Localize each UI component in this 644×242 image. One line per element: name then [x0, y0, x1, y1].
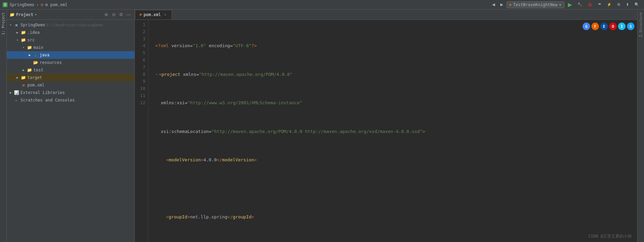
- folder-idea-icon: 📁: [20, 30, 26, 35]
- run-config-dropdown-icon: ▾: [559, 2, 561, 7]
- libraries-icon: 📊: [14, 90, 19, 95]
- file-tree-sidebar: 📁 Project ▾ ⊕ ⊖ ⚙ — ▾ ◼ SpringDemo E:\Id…: [7, 10, 135, 242]
- tree-label-springdemo: SpringDemo: [20, 23, 45, 27]
- code-bracket-gi3: </: [227, 214, 233, 221]
- tree-item-test[interactable]: ▶ 📁 test: [7, 66, 134, 74]
- tree-item-src[interactable]: ▾ 📁 src: [7, 36, 134, 44]
- code-val-enc: "UTF-8": [233, 42, 252, 50]
- code-line-4: xsi:schemaLocation="http://maven.apache.…: [155, 128, 637, 135]
- scratches-icon: ✏: [14, 97, 19, 103]
- sidebar-title: 📁 Project ▾: [10, 12, 37, 17]
- build-button[interactable]: 🔨: [575, 1, 584, 9]
- search-icon: 🔍: [634, 2, 639, 7]
- watermark: CSDN @又苦又累的小帅: [588, 233, 632, 239]
- code-val-1: "1.0": [193, 42, 206, 50]
- code-attr-enc: encoding=: [206, 42, 233, 50]
- coverage-button[interactable]: ☂: [596, 1, 603, 9]
- title-bar: S SpringDemo › m m pom.xml ◀ ▶ ▶ TestBra…: [0, 0, 644, 10]
- separator: ›: [36, 2, 39, 7]
- new-file-button[interactable]: ⊕: [103, 12, 109, 18]
- profile-button[interactable]: ⚡: [605, 1, 614, 9]
- file-tree: ▾ ◼ SpringDemo E:\IdeaProject\SpringDemo…: [7, 20, 134, 242]
- code-line-6: [155, 185, 637, 192]
- dropdown-arrow-icon: ▾: [35, 13, 37, 16]
- edge-icon[interactable]: E: [600, 23, 608, 30]
- tree-item-main[interactable]: ▾ 📁 main: [7, 44, 134, 51]
- code-tag-gi: groupId: [169, 214, 187, 221]
- code-line-2: ▾<project xmlns="http://maven.apache.org…: [155, 71, 637, 78]
- code-decl-end: ?>: [252, 42, 257, 50]
- settings-button[interactable]: ⚙: [615, 1, 622, 9]
- code-val-xmlns: "http://maven.apache.org/POM/4.0.0": [199, 71, 292, 78]
- file-indicator: m: [41, 2, 43, 7]
- project-tab-label[interactable]: 1: Project: [0, 10, 6, 38]
- code-attr-schema: xsi:schemaLocation=: [161, 128, 212, 135]
- z-structure-label[interactable]: Z-Structure: [638, 10, 644, 40]
- code-tag-mv-close: modelVersion: [222, 157, 254, 164]
- tree-arrow-springdemo: ▾: [8, 23, 13, 27]
- tab-pom-xml[interactable]: m pom.xml ✕: [135, 10, 172, 19]
- code-bracket-mv3: </: [217, 157, 222, 164]
- title-bar-right: ◀ ▶ ▶ TestBraveKnightNew ▾ ▶ 🔨 🐞 ☂ ⚡ ⚙ ⬆: [490, 1, 641, 9]
- chrome-icon[interactable]: G: [583, 23, 590, 30]
- code-content: <?xml version="1.0" encoding="UTF-8"?> ▾…: [148, 20, 637, 242]
- run-button[interactable]: ▶: [566, 1, 574, 9]
- tree-item-pom[interactable]: m pom.xml: [7, 81, 134, 89]
- tree-item-idea[interactable]: ▶ 📁 .idea: [7, 29, 134, 36]
- opera-icon[interactable]: O: [609, 23, 617, 30]
- tree-item-scratches[interactable]: ✏ Scratches and Consoles: [7, 96, 134, 104]
- tree-label-external-libs: External Libraries: [20, 90, 65, 95]
- collapse-all-button[interactable]: ⊖: [111, 12, 117, 18]
- close-sidebar-button[interactable]: —: [126, 12, 132, 18]
- firefox-icon[interactable]: F: [591, 23, 599, 30]
- tree-label-target: target: [27, 75, 42, 80]
- debug-button[interactable]: 🐞: [586, 1, 595, 9]
- code-attr-xmlns: xmlns=: [180, 71, 199, 78]
- update-icon: ⬆: [626, 2, 629, 7]
- fold-2[interactable]: ▾: [155, 71, 158, 78]
- tree-item-java[interactable]: ▶ ☕ java: [7, 51, 134, 59]
- code-val-schema: "http://maven.apache.org/POM/4.0.0 http:…: [212, 128, 423, 135]
- sidebar-title-label: Project: [16, 12, 33, 17]
- folder-target-icon: 📁: [20, 75, 26, 80]
- run-config-selector[interactable]: ▶ TestBraveKnightNew ▾: [506, 1, 564, 8]
- gear-button[interactable]: ⚙: [118, 12, 124, 18]
- nav-forward-button[interactable]: ▶: [498, 1, 505, 9]
- tree-path-springdemo: E:\IdeaProject\SpringDemo: [46, 23, 103, 27]
- sidebar-header: 📁 Project ▾ ⊕ ⊖ ⚙ —: [7, 10, 134, 20]
- tree-arrow-resources: [27, 60, 32, 65]
- code-tag-project: project: [161, 71, 180, 78]
- nav-forward-icon: ▶: [500, 2, 503, 7]
- sidebar-actions: ⊕ ⊖ ⚙ —: [103, 12, 132, 18]
- nav-back-button[interactable]: ◀: [490, 1, 497, 9]
- code-line-1: <?xml version="1.0" encoding="UTF-8"?>: [155, 42, 637, 50]
- folder-src-icon: 📁: [20, 37, 26, 43]
- tree-item-resources[interactable]: 📂 resources: [7, 59, 134, 66]
- code-val-xsi: "http://www.w3.org/2001/XMLSchema-instan…: [187, 99, 302, 107]
- folder-main-icon: 📁: [27, 45, 32, 50]
- code-bracket-4-end: >: [423, 128, 425, 135]
- ie-icon[interactable]: I: [618, 23, 626, 30]
- search-button[interactable]: 🔍: [632, 1, 641, 9]
- z-structure-panel[interactable]: Z-Structure: [637, 10, 644, 242]
- code-bracket-gi: <: [155, 214, 169, 221]
- tree-item-target[interactable]: ▶ 📁 target: [7, 74, 134, 81]
- tree-label-src: src: [27, 38, 35, 42]
- tree-label-main: main: [33, 45, 43, 50]
- tree-item-springdemo[interactable]: ▾ ◼ SpringDemo E:\IdeaProject\SpringDemo: [7, 21, 134, 29]
- tree-label-java: java: [40, 53, 49, 57]
- tree-label-idea: .idea: [27, 30, 40, 35]
- update-button[interactable]: ⬆: [624, 1, 631, 9]
- code-bracket-gi4: >: [252, 214, 254, 221]
- browser-icons-panel: G F E O I S: [583, 23, 634, 30]
- code-editor[interactable]: 1 2 3 4 5 6 7 8 9 10 11 12 <?xml version…: [135, 20, 637, 242]
- profile-icon: ⚡: [607, 2, 612, 7]
- code-bracket-mv: <: [155, 157, 169, 164]
- resources-icon: 📂: [33, 60, 38, 65]
- safari-icon[interactable]: S: [627, 23, 634, 30]
- left-sidebar-tab[interactable]: 1: Project: [0, 10, 7, 242]
- tree-arrow-scratches: [8, 98, 13, 103]
- tree-item-external-libs[interactable]: ▶ 📊 External Libraries: [7, 89, 134, 96]
- tree-arrow-idea: ▶: [15, 30, 20, 35]
- tab-close-button[interactable]: ✕: [163, 12, 168, 17]
